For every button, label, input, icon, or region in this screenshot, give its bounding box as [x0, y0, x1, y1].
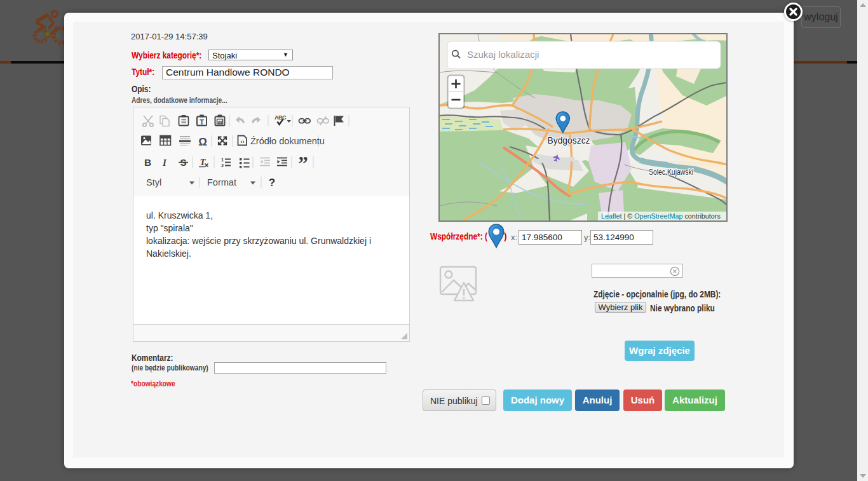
svg-text:W: W [217, 119, 222, 125]
svg-text:T: T [200, 118, 204, 126]
svg-text:Leaflet | © OpenStreetMap cont: Leaflet | © OpenStreetMap contributors [601, 212, 721, 220]
svg-text:ABC: ABC [275, 114, 287, 121]
svg-text:T: T [200, 157, 207, 167]
svg-text:Solec Kujawski: Solec Kujawski [649, 167, 693, 177]
svg-text:I: I [162, 158, 167, 168]
svg-text:Styl: Styl [146, 177, 161, 187]
svg-text:1: 1 [221, 157, 224, 163]
svg-text:Bydgoszcz: Bydgoszcz [548, 135, 590, 146]
svg-text:2: 2 [221, 163, 224, 168]
svg-text:Źródło dokumentu: Źródło dokumentu [250, 136, 325, 146]
svg-text:B: B [144, 157, 151, 168]
svg-text:Ω: Ω [198, 136, 207, 148]
svg-text:”: ” [298, 152, 308, 175]
svg-text:Format: Format [207, 177, 236, 187]
svg-text:?: ? [269, 177, 275, 189]
svg-text:Szukaj lokalizacji: Szukaj lokalizacji [467, 49, 539, 60]
svg-text:‹›: ‹› [240, 138, 244, 145]
